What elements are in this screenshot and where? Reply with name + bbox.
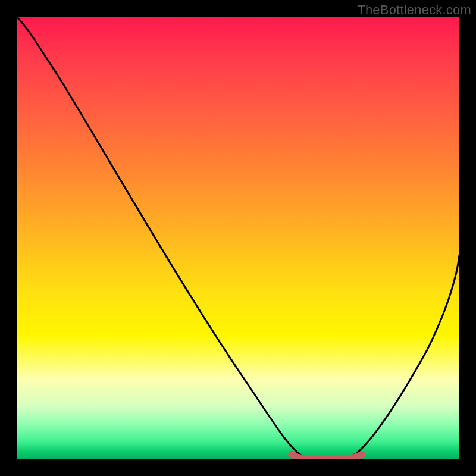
- curve-layer: [17, 17, 459, 459]
- optimal-band-marker: [292, 455, 362, 458]
- plot-area: [17, 17, 459, 459]
- bottleneck-curve: [17, 17, 459, 458]
- chart-frame: TheBottleneck.com: [0, 0, 476, 476]
- watermark-text: TheBottleneck.com: [357, 2, 471, 18]
